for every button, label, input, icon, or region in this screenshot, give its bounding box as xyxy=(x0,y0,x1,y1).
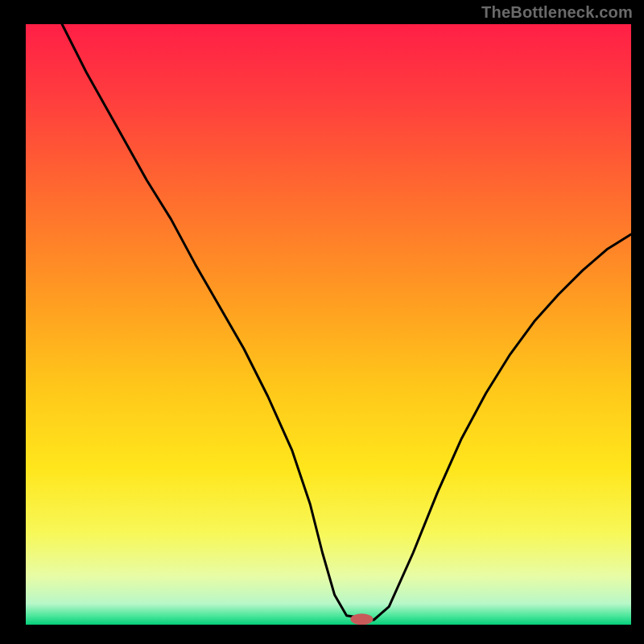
optimal-point-marker xyxy=(350,613,373,625)
watermark-text: TheBottleneck.com xyxy=(481,3,633,22)
chart-svg xyxy=(26,24,631,625)
gradient-background xyxy=(26,24,631,625)
bottleneck-chart xyxy=(26,24,631,625)
chart-frame: TheBottleneck.com xyxy=(0,0,644,644)
